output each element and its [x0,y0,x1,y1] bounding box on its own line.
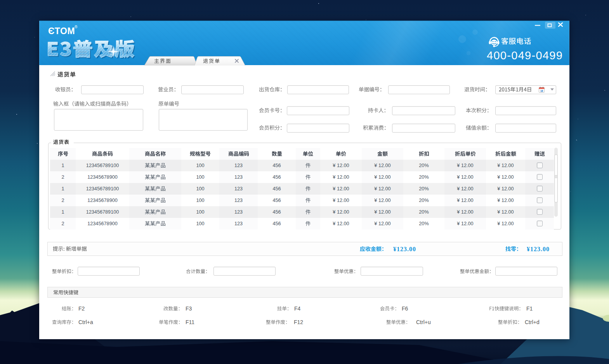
svg-text:16: 16 [540,90,543,92]
